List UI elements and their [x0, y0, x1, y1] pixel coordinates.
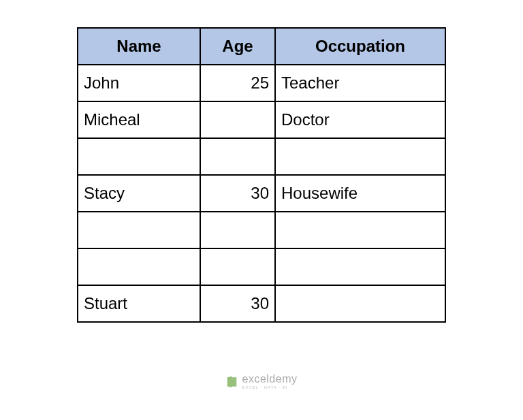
cell-age: 25 — [200, 65, 275, 101]
cell-name — [78, 212, 200, 248]
cell-age — [200, 248, 275, 285]
cell-age: 30 — [200, 285, 275, 322]
cell-occupation — [275, 138, 445, 175]
table-header-row: Name Age Occupation — [78, 28, 445, 65]
cell-age — [200, 138, 275, 175]
watermark-sub: EXCEL · DATA · BI — [242, 385, 298, 389]
table-row: Stuart 30 — [78, 285, 445, 322]
watermark: exceldemy EXCEL · DATA · BI — [226, 374, 298, 389]
cell-name — [78, 138, 200, 175]
cell-occupation — [275, 212, 445, 248]
cell-name — [78, 248, 200, 285]
cell-name: John — [78, 65, 200, 101]
header-occupation: Occupation — [275, 28, 445, 65]
table-row: Micheal Doctor — [78, 101, 445, 138]
header-age: Age — [200, 28, 275, 65]
table-row — [78, 248, 445, 285]
table-row: Stacy 30 Housewife — [78, 175, 445, 212]
table-row: John 25 Teacher — [78, 65, 445, 101]
cell-name: Stuart — [78, 285, 200, 322]
cell-occupation: Doctor — [275, 101, 445, 138]
cell-name: Micheal — [78, 101, 200, 138]
cell-occupation: Teacher — [275, 65, 445, 101]
excel-icon — [226, 376, 238, 388]
data-table-container: Name Age Occupation John 25 Teacher Mich… — [77, 27, 446, 323]
header-name: Name — [78, 28, 200, 65]
table-row — [78, 212, 445, 248]
data-table: Name Age Occupation John 25 Teacher Mich… — [77, 27, 446, 323]
watermark-main: exceldemy — [242, 374, 298, 385]
cell-name: Stacy — [78, 175, 200, 212]
table-row — [78, 138, 445, 175]
cell-occupation — [275, 285, 445, 322]
cell-occupation: Housewife — [275, 175, 445, 212]
cell-occupation — [275, 248, 445, 285]
cell-age — [200, 212, 275, 248]
cell-age: 30 — [200, 175, 275, 212]
watermark-text: exceldemy EXCEL · DATA · BI — [242, 374, 298, 389]
cell-age — [200, 101, 275, 138]
